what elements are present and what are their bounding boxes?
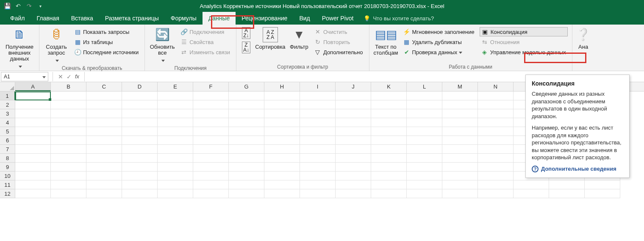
row-header-1[interactable]: 1 — [0, 91, 15, 100]
row-header-12[interactable]: 12 — [0, 189, 15, 198]
cell-I12[interactable] — [300, 189, 336, 198]
cell-A6[interactable] — [15, 136, 51, 145]
cell-A5[interactable] — [15, 127, 51, 136]
cell-A12[interactable] — [15, 189, 51, 198]
cell-M9[interactable] — [442, 163, 478, 172]
cell-L3[interactable] — [407, 109, 442, 118]
cell-C11[interactable] — [86, 180, 122, 189]
cell-N10[interactable] — [478, 172, 514, 180]
cell-B8[interactable] — [51, 154, 86, 163]
cell-D11[interactable] — [122, 180, 158, 189]
cell-A8[interactable] — [15, 154, 51, 163]
cell-H8[interactable] — [264, 154, 300, 163]
cell-L9[interactable] — [407, 163, 442, 172]
cell-G6[interactable] — [229, 136, 264, 145]
filter-button[interactable]: ▼ Фильтр — [287, 26, 311, 51]
cell-E7[interactable] — [158, 145, 193, 154]
cell-J3[interactable] — [336, 109, 371, 118]
cell-D4[interactable] — [122, 118, 158, 127]
cell-E12[interactable] — [158, 189, 193, 198]
cell-C1[interactable] — [86, 91, 122, 100]
cell-D2[interactable] — [122, 100, 158, 109]
cell-G11[interactable] — [229, 180, 264, 189]
cell-D10[interactable] — [122, 172, 158, 180]
cell-L1[interactable] — [407, 91, 442, 100]
recent-sources-button[interactable]: 🕘Последние источники — [72, 47, 140, 57]
row-header-8[interactable]: 8 — [0, 154, 15, 163]
cell-B4[interactable] — [51, 118, 86, 127]
tab-home[interactable]: Главная — [31, 12, 65, 25]
cell-G2[interactable] — [229, 100, 264, 109]
cell-F7[interactable] — [193, 145, 229, 154]
cell-I3[interactable] — [300, 109, 336, 118]
cell-M6[interactable] — [442, 136, 478, 145]
cell-K7[interactable] — [371, 145, 407, 154]
cell-P11[interactable] — [549, 180, 585, 189]
relationships-button[interactable]: ⇆Отношения — [480, 37, 568, 47]
cell-K4[interactable] — [371, 118, 407, 127]
undo-icon[interactable]: ↶ — [14, 1, 23, 11]
cell-H4[interactable] — [264, 118, 300, 127]
cell-N9[interactable] — [478, 163, 514, 172]
cell-A7[interactable] — [15, 145, 51, 154]
text-to-columns-button[interactable]: ▤▤ Текст по столбцам — [372, 26, 400, 57]
column-header-I[interactable]: I — [300, 82, 336, 91]
cell-A4[interactable] — [15, 118, 51, 127]
cell-N2[interactable] — [478, 100, 514, 109]
cell-C8[interactable] — [86, 154, 122, 163]
cell-F5[interactable] — [193, 127, 229, 136]
cell-N11[interactable] — [478, 180, 514, 189]
fx-icon[interactable]: fx — [75, 73, 79, 80]
cell-J5[interactable] — [336, 127, 371, 136]
cell-I9[interactable] — [300, 163, 336, 172]
cell-E8[interactable] — [158, 154, 193, 163]
edit-links-button[interactable]: ⇄Изменить связи — [179, 47, 232, 57]
cell-E5[interactable] — [158, 127, 193, 136]
cell-M2[interactable] — [442, 100, 478, 109]
cell-K11[interactable] — [371, 180, 407, 189]
column-header-L[interactable]: L — [407, 82, 442, 91]
cell-G4[interactable] — [229, 118, 264, 127]
tell-me-search[interactable]: 💡 Что вы хотите сделать? — [364, 15, 434, 22]
cell-G10[interactable] — [229, 172, 264, 180]
row-header-9[interactable]: 9 — [0, 163, 15, 172]
cell-D3[interactable] — [122, 109, 158, 118]
consolidate-button[interactable]: ▣Консолидация — [480, 27, 568, 36]
cell-D7[interactable] — [122, 145, 158, 154]
analysis-button[interactable]: ❔ Ана — [575, 26, 592, 51]
cell-A3[interactable] — [15, 109, 51, 118]
cell-G12[interactable] — [229, 189, 264, 198]
tab-review[interactable]: Рецензирование — [236, 12, 293, 25]
cell-C12[interactable] — [86, 189, 122, 198]
cell-L12[interactable] — [407, 189, 442, 198]
cell-K8[interactable] — [371, 154, 407, 163]
cell-N12[interactable] — [478, 189, 514, 198]
column-header-H[interactable]: H — [264, 82, 300, 91]
cell-H6[interactable] — [264, 136, 300, 145]
row-header-11[interactable]: 11 — [0, 180, 15, 189]
cell-N7[interactable] — [478, 145, 514, 154]
cell-M12[interactable] — [442, 189, 478, 198]
cell-F4[interactable] — [193, 118, 229, 127]
cell-H1[interactable] — [264, 91, 300, 100]
cell-C2[interactable] — [86, 100, 122, 109]
cell-C3[interactable] — [86, 109, 122, 118]
cell-M1[interactable] — [442, 91, 478, 100]
remove-duplicates-button[interactable]: ▦Удалить дубликаты — [402, 37, 476, 47]
reapply-button[interactable]: ↻Повторить — [313, 37, 365, 47]
row-header-7[interactable]: 7 — [0, 145, 15, 154]
cell-L6[interactable] — [407, 136, 442, 145]
cell-K10[interactable] — [371, 172, 407, 180]
tab-powerpivot[interactable]: Power Pivot — [316, 12, 360, 25]
cell-H9[interactable] — [264, 163, 300, 172]
flash-fill-button[interactable]: ⚡Мгновенное заполнение — [402, 27, 476, 36]
cell-C9[interactable] — [86, 163, 122, 172]
cell-M10[interactable] — [442, 172, 478, 180]
cell-M5[interactable] — [442, 127, 478, 136]
cell-I7[interactable] — [300, 145, 336, 154]
cell-I5[interactable] — [300, 127, 336, 136]
cell-G3[interactable] — [229, 109, 264, 118]
cell-E9[interactable] — [158, 163, 193, 172]
cell-E4[interactable] — [158, 118, 193, 127]
cell-B11[interactable] — [51, 180, 86, 189]
